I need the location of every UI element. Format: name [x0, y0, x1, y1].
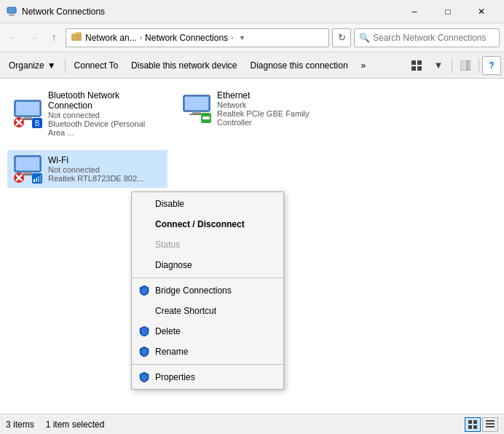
wifi-icon-wrapper: [13, 154, 42, 184]
item-count: 3 items: [6, 419, 34, 430]
ethernet-name: Ethernet: [217, 90, 331, 100]
search-box: 🔍: [354, 28, 500, 47]
disable-device-button[interactable]: Disable this network device: [125, 56, 243, 75]
refresh-button[interactable]: ↻: [332, 28, 351, 47]
svg-text:B: B: [35, 119, 40, 127]
ctx-status-label: Status: [155, 240, 180, 250]
ctx-disable[interactable]: Disable: [132, 194, 283, 214]
svg-rect-6: [412, 66, 416, 71]
maximize-button[interactable]: □: [431, 0, 465, 23]
ctx-rename-label: Rename: [155, 347, 188, 357]
window-title: Network Connections: [22, 7, 398, 17]
bluetooth-detail: Bluetooth Device (Personal Area ...: [48, 119, 162, 137]
ctx-bridge[interactable]: Bridge Connections: [132, 280, 283, 301]
path-icon: [71, 31, 82, 44]
ctx-shortcut-label: Create Shortcut: [155, 306, 216, 316]
address-bar: ← → ↑ Network an... › Network Connection…: [0, 23, 504, 52]
wifi-detail: Realtek RTL8723DE 802...: [48, 174, 143, 183]
address-path: Network an... › Network Connections › ▼: [66, 28, 329, 47]
up-button[interactable]: ↑: [45, 29, 63, 47]
network-item-wifi[interactable]: Wi-Fi Not connected Realtek RTL8723DE 80…: [7, 150, 168, 188]
path-network[interactable]: Network an...: [85, 33, 137, 43]
ctx-diagnose[interactable]: Diagnose: [132, 255, 283, 275]
ctx-separator-2: [132, 364, 283, 365]
delete-shield-icon: [138, 325, 151, 338]
status-view-buttons: [465, 417, 498, 432]
svg-rect-26: [16, 157, 39, 170]
ctx-delete[interactable]: Delete: [132, 321, 283, 342]
ctx-properties[interactable]: Properties: [132, 367, 283, 387]
back-button[interactable]: ←: [4, 29, 22, 47]
bridge-shield-icon: [138, 284, 151, 297]
wifi-overlay-icon: [32, 173, 42, 184]
context-menu: Disable Connect / Disconnect Status Diag…: [131, 192, 284, 390]
bluetooth-name: Bluetooth Network Connection: [48, 90, 162, 111]
app-icon: [6, 6, 17, 17]
minimize-button[interactable]: –: [398, 0, 431, 23]
network-item-bluetooth[interactable]: B Bluetooth Network Connection Not conne…: [7, 86, 168, 141]
svg-rect-11: [16, 102, 39, 115]
bluetooth-icon-wrapper: B: [13, 99, 42, 128]
details-pane-button[interactable]: [455, 56, 476, 75]
search-icon: 🔍: [359, 33, 370, 43]
search-input[interactable]: [373, 33, 495, 43]
ethernet-overlay-icon: [201, 113, 211, 123]
view-dropdown-button[interactable]: ▼: [428, 56, 449, 75]
forward-button[interactable]: →: [25, 29, 42, 47]
ctx-connect-label: Connect / Disconnect: [155, 219, 245, 229]
bluetooth-error-badge: [13, 117, 25, 128]
svg-rect-2: [9, 15, 15, 16]
close-button[interactable]: ✕: [465, 0, 498, 23]
svg-rect-9: [468, 60, 470, 71]
selected-count: 1 item selected: [46, 419, 105, 430]
svg-rect-40: [473, 425, 477, 429]
ethernet-icon-wrapper: [182, 94, 211, 123]
ctx-delete-label: Delete: [155, 326, 181, 336]
ethernet-info: Ethernet Network Realtek PCIe GBE Family…: [217, 90, 331, 127]
toolbar: Organize ▼ Connect To Disable this netwo…: [0, 52, 504, 79]
status-bar: 3 items 1 item selected: [0, 414, 504, 434]
status-large-icons-btn[interactable]: [465, 417, 481, 432]
svg-rect-38: [473, 420, 477, 424]
svg-rect-42: [486, 423, 495, 425]
organize-dropdown-icon: ▼: [47, 60, 56, 71]
change-view-button[interactable]: [406, 56, 427, 75]
more-button[interactable]: »: [355, 56, 372, 75]
svg-rect-4: [412, 60, 416, 65]
ctx-disable-label: Disable: [155, 199, 184, 209]
svg-rect-41: [486, 420, 495, 422]
organize-label: Organize: [9, 60, 44, 71]
svg-rect-37: [468, 420, 472, 424]
main-content: B Bluetooth Network Connection Not conne…: [0, 79, 504, 414]
svg-rect-36: [40, 175, 42, 182]
ethernet-detail: Realtek PCIe GBE Family Controller: [217, 109, 331, 127]
svg-rect-24: [202, 117, 210, 119]
bluetooth-info: Bluetooth Network Connection Not connect…: [48, 90, 162, 137]
network-item-ethernet[interactable]: Ethernet Network Realtek PCIe GBE Family…: [176, 86, 336, 141]
svg-rect-7: [417, 66, 422, 71]
toolbar-separator-3: [479, 58, 479, 73]
svg-rect-20: [185, 97, 208, 110]
svg-rect-35: [38, 176, 39, 182]
ctx-rename[interactable]: Rename: [132, 342, 283, 362]
path-connections[interactable]: Network Connections: [145, 33, 228, 43]
svg-rect-43: [486, 426, 495, 427]
wifi-status: Not connected: [48, 165, 143, 174]
help-button[interactable]: ?: [482, 56, 501, 75]
ctx-properties-label: Properties: [155, 372, 195, 382]
status-details-btn[interactable]: [482, 417, 498, 432]
svg-rect-21: [192, 111, 201, 114]
ctx-connect[interactable]: Connect / Disconnect: [132, 214, 283, 234]
bluetooth-status: Not connected: [48, 111, 162, 119]
toolbar-right: ▼ ?: [406, 56, 501, 75]
path-dropdown-arrow[interactable]: ▼: [236, 32, 248, 44]
svg-rect-1: [10, 13, 13, 15]
ctx-diagnose-label: Diagnose: [155, 260, 192, 270]
ctx-shortcut[interactable]: Create Shortcut: [132, 301, 283, 321]
organize-button[interactable]: Organize ▼: [3, 56, 62, 75]
svg-rect-8: [460, 60, 467, 71]
diagnose-button[interactable]: Diagnose this connection: [245, 56, 354, 75]
svg-rect-39: [468, 425, 472, 429]
ctx-status[interactable]: Status: [132, 234, 283, 255]
connect-to-button[interactable]: Connect To: [68, 56, 125, 75]
